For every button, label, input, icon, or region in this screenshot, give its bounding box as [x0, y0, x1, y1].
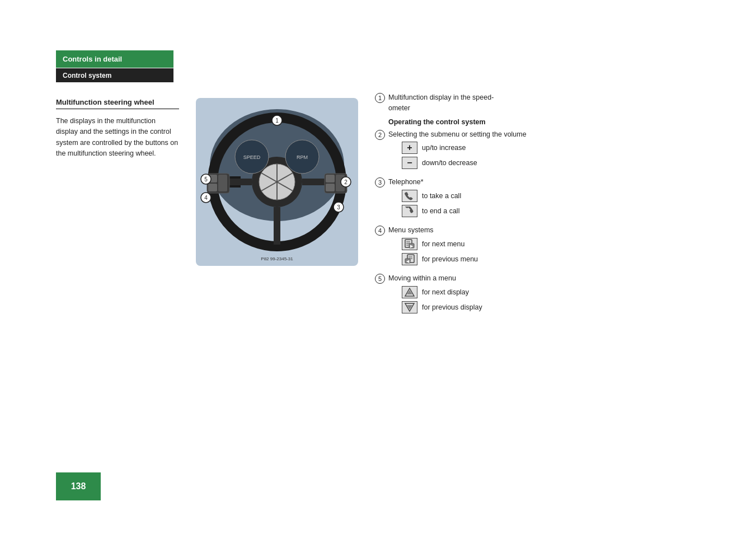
minus-icon-box: − [402, 157, 417, 169]
sub-end-call: to end a call [402, 205, 461, 217]
take-call-label: to take a call [422, 192, 461, 200]
item-1: 1 Multifunction display in the speed-ome… [375, 92, 722, 114]
item-4-subs: ▶ for next menu [402, 238, 478, 265]
prev-menu-icon: ◀ [404, 254, 415, 264]
svg-rect-14 [326, 184, 335, 191]
item-5-text: Moving within a menu [388, 274, 456, 282]
header-title: Controls in detail [63, 55, 122, 63]
page-number: 138 [71, 481, 86, 491]
svg-text:P82 99-2345-31: P82 99-2345-31 [261, 256, 293, 261]
prev-menu-label: for previous menu [422, 255, 478, 263]
next-display-icon [404, 287, 415, 297]
item-1-text: Multifunction display in the speed-omete… [388, 92, 494, 114]
svg-text:1: 1 [275, 118, 279, 124]
plus-icon-box: + [402, 142, 417, 154]
svg-text:4: 4 [204, 195, 208, 201]
num-2: 2 [375, 130, 385, 140]
item-5: 5 Moving within a menu for next display [375, 273, 722, 317]
item-3-text: Telephone* [388, 178, 424, 186]
image-area: SPEED RPM 1 2 3 4 5 P82 99-234 [196, 87, 358, 321]
minus-icon: − [407, 158, 412, 168]
take-call-icon [404, 191, 415, 200]
header-bar: Controls in detail [56, 50, 173, 68]
svg-text:SPEED: SPEED [243, 154, 261, 160]
num-1: 1 [375, 93, 385, 103]
item-2-text: Selecting the submenu or setting the vol… [388, 130, 527, 138]
prev-display-label: for previous display [422, 303, 482, 311]
item-3-subs: to take a call to end a call [402, 190, 461, 217]
num-4: 4 [375, 226, 385, 236]
end-call-icon-box [402, 205, 417, 217]
sub-next-display: for next display [402, 286, 482, 298]
wheel-svg: SPEED RPM 1 2 3 4 5 P82 99-234 [196, 98, 358, 266]
item-3: 3 Telephone* to take a call [375, 177, 722, 221]
svg-text:5: 5 [204, 176, 208, 182]
svg-rect-13 [326, 175, 335, 182]
num-5: 5 [375, 274, 385, 284]
svg-text:RPM: RPM [297, 154, 308, 160]
section-title: Control system [63, 72, 111, 79]
next-display-label: for next display [422, 288, 469, 296]
svg-rect-11 [218, 175, 227, 191]
sub-take-call: to take a call [402, 190, 461, 202]
increase-label: up/to increase [422, 144, 466, 152]
next-menu-icon: ▶ [404, 239, 415, 249]
item-2: 2 Selecting the submenu or setting the v… [375, 129, 722, 173]
end-call-icon [404, 207, 415, 216]
sub-increase: + up/to increase [402, 142, 527, 154]
section-heading: Multifunction steering wheel [56, 98, 179, 109]
svg-text:3: 3 [337, 204, 340, 210]
left-panel: Multifunction steering wheel The display… [56, 87, 179, 321]
end-call-label: to end a call [422, 207, 459, 215]
next-menu-label: for next menu [422, 240, 464, 248]
main-content: Multifunction steering wheel The display… [56, 87, 722, 321]
item-5-subs: for next display for previous display [402, 286, 482, 313]
svg-rect-10 [208, 184, 217, 191]
steering-wheel-svg: SPEED RPM 1 2 3 4 5 P82 99-234 [196, 98, 358, 266]
prev-display-icon-box [402, 301, 417, 313]
next-display-icon-box [402, 286, 417, 298]
operating-heading: Operating the control system [388, 118, 722, 126]
num-3: 3 [375, 177, 385, 188]
sub-decrease: − down/to decrease [402, 157, 527, 169]
item-2-subs: + up/to increase − down/to decrease [402, 142, 527, 169]
take-call-icon-box [402, 190, 417, 202]
plus-icon: + [407, 143, 412, 153]
item-4: 4 Menu systems ▶ [375, 225, 722, 269]
body-text: The displays in the multifunction displa… [56, 116, 179, 160]
sub-prev-display: for previous display [402, 301, 482, 313]
decrease-label: down/to decrease [422, 159, 477, 167]
sub-prev-menu: ◀ for previous menu [402, 253, 478, 265]
page-number-box: 138 [56, 472, 101, 500]
prev-display-icon [404, 302, 415, 312]
sub-next-menu: ▶ for next menu [402, 238, 478, 250]
svg-text:2: 2 [344, 179, 348, 185]
next-menu-icon-box: ▶ [402, 238, 417, 250]
item-4-text: Menu systems [388, 226, 434, 234]
section-bar: Control system [56, 68, 173, 82]
right-panel: 1 Multifunction display in the speed-ome… [375, 87, 722, 321]
prev-menu-icon-box: ◀ [402, 253, 417, 265]
